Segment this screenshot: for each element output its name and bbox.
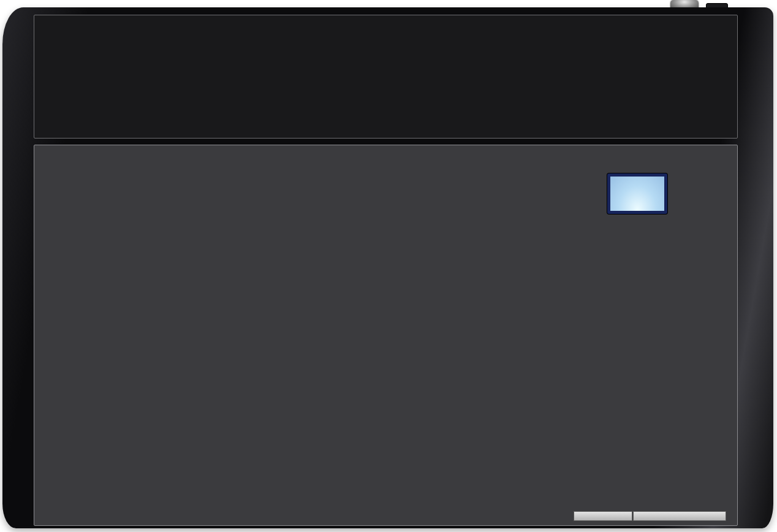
main-label-bar (633, 511, 726, 521)
mixer-product-photo (0, 0, 777, 532)
brand-block (674, 25, 730, 26)
effects-label-bar (574, 511, 632, 521)
mixer-body (2, 7, 773, 528)
main-panel (34, 145, 738, 526)
top-jack-panel (34, 15, 738, 139)
lcd-display (607, 173, 667, 214)
lcd-text (610, 177, 664, 211)
